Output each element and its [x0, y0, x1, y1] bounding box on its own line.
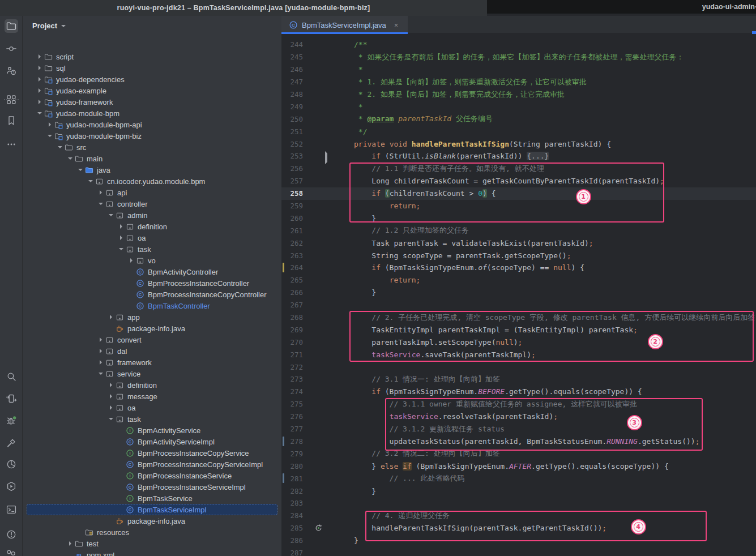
tree-item-task[interactable]: task: [23, 243, 281, 255]
tree-item-convert[interactable]: convert: [23, 334, 281, 345]
tree-chevron-icon[interactable]: [96, 189, 105, 196]
tree-item-script[interactable]: script: [23, 51, 281, 62]
gutter[interactable]: 284: [281, 510, 354, 522]
tree-chevron-icon[interactable]: [96, 370, 105, 378]
tree-chevron-icon[interactable]: [127, 256, 135, 264]
gutter[interactable]: 264: [281, 262, 354, 274]
gutter[interactable]: 248: [281, 88, 354, 101]
tree-item-main[interactable]: main: [23, 153, 281, 164]
code-line-273[interactable]: 273 // 3.1 情况一: 处理向【向前】加签: [281, 373, 756, 386]
code-line-262[interactable]: 262 Task parentTask = validateTaskExist(…: [281, 237, 756, 249]
code-line-285[interactable]: 285 handleParentTaskIfSign(parentTask.ge…: [281, 522, 756, 534]
code-line-259[interactable]: 259 return;: [281, 200, 756, 212]
code-line-276[interactable]: 276 taskService.resolveTask(parentTaskId…: [281, 410, 756, 423]
gutter[interactable]: 272: [281, 361, 354, 373]
tree-item-controller[interactable]: controller: [23, 198, 281, 209]
tree-item-bpmprocessinstancecontroller[interactable]: CBpmProcessInstanceController: [23, 277, 281, 289]
tree-item-sql[interactable]: sql: [23, 62, 281, 74]
gutter[interactable]: 259: [281, 200, 354, 212]
code-line-274[interactable]: 274 if (BpmTaskSignTypeEnum.BEFORE.getTy…: [281, 386, 756, 398]
todo-partial-icon[interactable]: [5, 548, 18, 556]
code-line-263[interactable]: 263 String scopeType = parentTask.getSco…: [281, 249, 756, 262]
gutter[interactable]: 247: [281, 76, 354, 88]
tree-chevron-icon[interactable]: [35, 87, 44, 95]
tree-item-bpmtaskcontroller[interactable]: CBpmTaskController: [23, 300, 281, 311]
tree-item-yudao-module-bpm[interactable]: yudao-module-bpm: [23, 108, 281, 119]
tree-item-bpmprocessinstanceserviceimpl[interactable]: CBpmProcessInstanceServiceImpl: [23, 481, 281, 493]
endpoints-icon[interactable]: [5, 392, 18, 405]
gutter[interactable]: 246: [281, 63, 354, 76]
tree-chevron-icon[interactable]: [86, 177, 95, 185]
vcs-change-marker[interactable]: [283, 437, 284, 446]
tree-chevron-icon[interactable]: [106, 211, 115, 219]
code-line-268[interactable]: 268 // 2. 子任务已处理完成, 清空 scopeType 字段, 修改 …: [281, 311, 756, 324]
gutter[interactable]: 251: [281, 125, 354, 138]
code-line-260[interactable]: 260 }: [281, 212, 756, 224]
code-line-264[interactable]: 264 if (BpmTaskSignTypeEnum.of(scopeType…: [281, 262, 756, 274]
gutter[interactable]: 278: [281, 435, 354, 448]
code-line-271[interactable]: 271 taskService.saveTask(parentTaskImpl)…: [281, 348, 756, 361]
gutter[interactable]: 273: [281, 373, 354, 386]
tree-chevron-icon[interactable]: [35, 64, 44, 72]
gutter[interactable]: 252: [281, 138, 354, 150]
tree-chevron-icon[interactable]: [106, 404, 115, 412]
code-line-269[interactable]: 269 TaskEntityImpl parentTaskImpl = (Tas…: [281, 323, 756, 336]
code-line-267[interactable]: 267: [281, 299, 756, 311]
tree-item-bpmprocessinstancecopycontroller[interactable]: CBpmProcessInstanceCopyController: [23, 289, 281, 300]
tree-item-src[interactable]: src: [23, 142, 281, 153]
code-line-275[interactable]: 275 // 3.1.1 owner 重新赋值给父任务的 assignee, 这…: [281, 398, 756, 410]
tree-item-package-info-java[interactable]: package-info.java: [23, 323, 281, 334]
tree-item-dal[interactable]: dal: [23, 345, 281, 357]
gutter[interactable]: 283: [281, 497, 354, 510]
tree-item-yudao-framework[interactable]: yudao-framework: [23, 96, 281, 108]
tree-chevron-icon[interactable]: [35, 109, 44, 117]
code-line-257[interactable]: 257 Long childrenTaskCount = getTaskCoun…: [281, 175, 756, 187]
more-icon[interactable]: [5, 138, 18, 151]
tree-item-admin[interactable]: admin: [23, 209, 281, 221]
tree-chevron-icon[interactable]: [106, 392, 115, 400]
tree-item-api[interactable]: api: [23, 187, 281, 198]
tree-chevron-icon[interactable]: [35, 75, 44, 83]
gutter[interactable]: 287: [281, 547, 354, 556]
gutter[interactable]: 268: [281, 311, 354, 324]
tree-item-definition[interactable]: definition: [23, 221, 281, 232]
gutter[interactable]: 285: [281, 522, 354, 534]
code-line-281[interactable]: 281 // ... 此处省略代码: [281, 472, 756, 485]
gutter[interactable]: 277: [281, 423, 354, 435]
gutter[interactable]: 279: [281, 447, 354, 460]
gutter[interactable]: 281: [281, 472, 354, 485]
vcs-change-marker[interactable]: [283, 263, 284, 272]
tree-chevron-icon[interactable]: [96, 200, 105, 208]
code-line-282[interactable]: 282 }: [281, 485, 756, 497]
tree-item-oa[interactable]: oa: [23, 232, 281, 243]
tree-item-yudao-dependencies[interactable]: yudao-dependencies: [23, 74, 281, 85]
code-line-252[interactable]: 252private void handleParentTaskIfSign(S…: [281, 138, 756, 150]
gutter[interactable]: 257: [281, 175, 354, 187]
tree-item-yudao-module-bpm-biz[interactable]: yudao-module-bpm-biz: [23, 130, 281, 142]
code-line-253[interactable]: 253 if (StrUtil.isBlank(parentTaskId)) {…: [281, 150, 756, 162]
tree-item-oa[interactable]: oa: [23, 402, 281, 413]
tree-chevron-icon[interactable]: [106, 313, 115, 321]
code-line-245[interactable]: 245 * 如果父任务是有前后【加签】的任务，如果它【加签】出来的子任务都被处理…: [281, 51, 756, 63]
gutter[interactable]: 263: [281, 249, 354, 262]
tree-item-bpmprocessinstancecopyservice[interactable]: IBpmProcessInstanceCopyService: [23, 447, 281, 459]
tree-item-bpmactivitycontroller[interactable]: CBpmActivityController: [23, 266, 281, 277]
fold-arrow-icon[interactable]: [325, 153, 327, 162]
build-icon[interactable]: [5, 436, 18, 450]
tree-item-resources[interactable]: resources: [23, 527, 281, 538]
gutter[interactable]: 250: [281, 113, 354, 125]
tree-item-bpmtaskservice[interactable]: IBpmTaskService: [23, 493, 281, 504]
gutter[interactable]: 270: [281, 336, 354, 348]
tree-chevron-icon[interactable]: [66, 155, 74, 162]
tree-item-vo[interactable]: vo: [23, 255, 281, 266]
code-line-280[interactable]: 280 } else if (BpmTaskSignTypeEnum.AFTER…: [281, 460, 756, 472]
tree-item-pom-xml[interactable]: mpom.xml: [23, 549, 281, 556]
code-line-247[interactable]: 247 * 1. 如果是【向前】加签，则需要重新激活父任务，让它可以被审批: [281, 76, 756, 88]
code-line-272[interactable]: 272: [281, 361, 756, 373]
tree-chevron-icon[interactable]: [106, 381, 115, 389]
tree-chevron-icon[interactable]: [96, 336, 105, 344]
tree-item-cn-iocoder-yudao-module-bpm[interactable]: cn.iocoder.yudao.module.bpm: [23, 176, 281, 187]
pull-requests-icon[interactable]: ?: [5, 64, 18, 78]
gutter[interactable]: 269: [281, 323, 354, 336]
gutter[interactable]: 244: [281, 39, 354, 51]
